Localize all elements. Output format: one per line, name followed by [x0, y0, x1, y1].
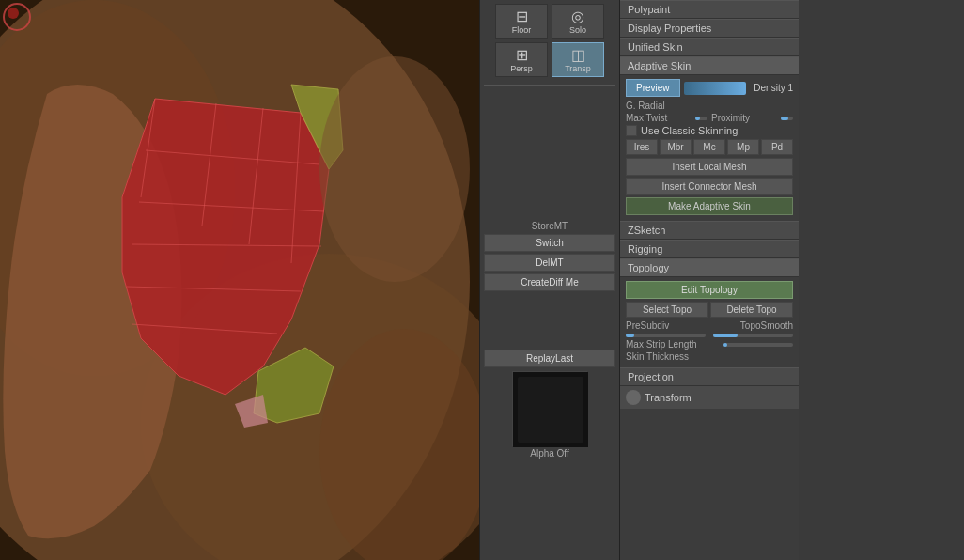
switch-button[interactable]: Switch [484, 234, 615, 252]
persp-button[interactable]: ⊞ Persp [495, 42, 548, 77]
transp-icon: ◫ [571, 46, 585, 64]
unified-skin-label: Unified Skin [628, 41, 683, 53]
max-strip-track[interactable] [723, 343, 793, 347]
replayLast-button[interactable]: ReplayLast [484, 350, 615, 367]
max-twist-label: Max Twist [626, 113, 692, 123]
ires-button[interactable]: Ires [626, 139, 658, 155]
max-twist-fill [695, 117, 700, 120]
use-classic-checkbox[interactable] [626, 125, 637, 136]
polypaint-section[interactable]: Polypaint [620, 0, 799, 19]
pre-subdiv-label: PreSubdiv [626, 320, 708, 331]
right-panel: Polypaint Display Properties Unified Ski… [620, 0, 799, 560]
solo-label: Solo [569, 25, 586, 35]
zsketch-label: ZSketch [628, 225, 665, 236]
subdiv-row: PreSubdiv TopoSmooth [626, 320, 793, 331]
skin-thickness-row: Skin Thickness [626, 351, 793, 362]
topology-label: Topology [628, 262, 669, 273]
center-panel: ⊟ Floor ◎ Solo ⊞ Persp ◫ Transp StoreMT … [479, 0, 620, 560]
topology-section[interactable]: Topology [620, 258, 799, 277]
ires-row: Ires Mbr Mc Mp Pd [626, 139, 793, 155]
display-properties-label: Display Properties [628, 23, 711, 34]
edit-topology-button[interactable]: Edit Topology [626, 281, 793, 299]
svg-point-43 [8, 8, 19, 19]
mbr-button[interactable]: Mbr [660, 139, 692, 155]
rigging-section[interactable]: Rigging [620, 240, 799, 258]
projection-section[interactable]: Projection [620, 367, 799, 386]
subdiv-sliders [626, 334, 793, 337]
insert-connector-mesh-button[interactable]: Insert Connector Mesh [626, 178, 793, 195]
presubdiv-track[interactable] [626, 334, 706, 337]
preview-density-row: Preview Density 1 [626, 79, 793, 97]
density-slider[interactable] [684, 82, 747, 95]
storeMT-label: StoreMT [532, 221, 568, 231]
transform-icon [626, 390, 641, 405]
g-radial-row: G. Radial [626, 101, 793, 111]
mc-button[interactable]: Mc [693, 139, 725, 155]
floor-icon: ⊟ [516, 8, 528, 25]
topo-smooth-label: TopoSmooth [710, 320, 793, 331]
floor-label: Floor [512, 25, 532, 35]
g-radial-label: G. Radial [626, 101, 692, 111]
delMT-button[interactable]: DelMT [484, 254, 615, 272]
max-strip-row: Max Strip Length [626, 339, 793, 350]
topology-content: Edit Topology Select Topo Delete Topo Pr… [620, 277, 799, 367]
topo-actions-row: Select Topo Delete Topo [626, 302, 793, 318]
use-classic-label: Use Classic Skinning [641, 125, 738, 136]
select-topo-button[interactable]: Select Topo [626, 302, 708, 318]
presubdiv-fill [626, 334, 634, 337]
display-properties-section[interactable]: Display Properties [620, 19, 799, 38]
toposmooth-track[interactable] [713, 334, 793, 337]
max-twist-row: Max Twist Proximity [626, 113, 793, 123]
max-strip-label: Max Strip Length [626, 339, 720, 350]
viewport[interactable] [0, 0, 479, 560]
proximity-fill [781, 117, 788, 120]
transp-label: Transp [565, 64, 591, 73]
make-adaptive-skin-button[interactable]: Make Adaptive Skin [626, 197, 793, 215]
transp-button[interactable]: ◫ Transp [552, 42, 604, 77]
persp-label: Persp [510, 64, 533, 73]
svg-rect-45 [518, 377, 583, 443]
floor-button[interactable]: ⊟ Floor [495, 4, 548, 39]
persp-icon: ⊞ [516, 46, 528, 64]
rigging-label: Rigging [628, 243, 662, 255]
proximity-label: Proximity [711, 113, 777, 123]
projection-label: Projection [628, 371, 674, 382]
adaptive-skin-label: Adaptive Skin [628, 60, 691, 71]
zsketch-section[interactable]: ZSketch [620, 221, 799, 240]
adaptive-skin-section[interactable]: Adaptive Skin [620, 56, 799, 75]
toposmooth-fill [713, 334, 738, 337]
density-label: Density 1 [754, 83, 793, 93]
transform-section[interactable]: Transform [620, 386, 799, 409]
mp-button[interactable]: Mp [727, 139, 759, 155]
pd-button[interactable]: Pd [761, 139, 793, 155]
adaptive-skin-content: Preview Density 1 G. Radial Max Twist Pr… [620, 75, 799, 221]
preview-button[interactable]: Preview [626, 79, 680, 97]
alpha-preview [512, 371, 587, 446]
proximity-track[interactable] [781, 117, 793, 120]
top-tools-row: ⊟ Floor ◎ Solo [484, 4, 615, 39]
alpha-label: Alpha Off [530, 448, 569, 459]
solo-button[interactable]: ◎ Solo [552, 4, 604, 39]
unified-skin-section[interactable]: Unified Skin [620, 38, 799, 56]
createDiff-button[interactable]: CreateDiff Me [484, 273, 615, 291]
skin-thickness-label: Skin Thickness [626, 351, 720, 362]
separator-1 [484, 85, 615, 86]
transform-label: Transform [645, 392, 692, 403]
max-strip-fill [723, 343, 727, 347]
insert-local-mesh-button[interactable]: Insert Local Mesh [626, 158, 793, 176]
polypaint-label: Polypaint [628, 4, 670, 15]
view-tools-row: ⊞ Persp ◫ Transp [484, 42, 615, 77]
delete-topo-button[interactable]: Delete Topo [710, 302, 793, 318]
solo-icon: ◎ [571, 8, 584, 25]
svg-point-40 [319, 56, 470, 282]
max-twist-track[interactable] [695, 117, 707, 120]
use-classic-row: Use Classic Skinning [626, 125, 793, 136]
